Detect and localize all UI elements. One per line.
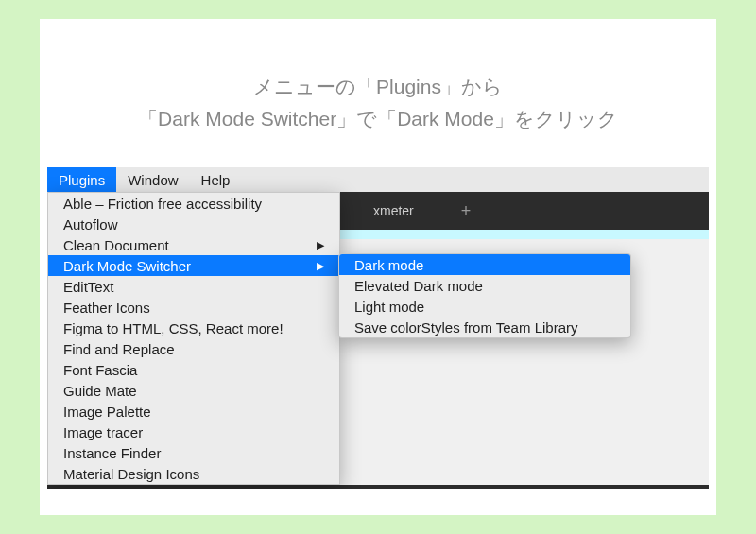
dropdown-item[interactable]: Feather Icons: [48, 297, 339, 318]
app-window: Plugins Window Help xmeter + Able – Fric…: [47, 167, 709, 489]
dropdown-item[interactable]: Instance Finder: [48, 442, 339, 463]
dropdown-item[interactable]: EditText: [48, 276, 339, 297]
caption-line-2: 「Dark Mode Switcher」で「Dark Mode」をクリック: [40, 103, 716, 135]
submenu-arrow-icon: ▶: [317, 239, 324, 251]
dropdown-item-label: EditText: [63, 279, 113, 295]
dropdown-item-label: Instance Finder: [63, 445, 161, 461]
submenu-item-label: Dark mode: [354, 257, 423, 273]
dropdown-item-label: Guide Mate: [63, 383, 137, 399]
submenu-item[interactable]: Elevated Dark mode: [339, 275, 630, 296]
caption-line-1: メニューの「Plugins」から: [40, 71, 716, 103]
plugins-dropdown: Able – Friction free accessibilityAutofl…: [47, 192, 340, 485]
submenu-item[interactable]: Dark mode: [339, 254, 630, 275]
dropdown-item-label: Find and Replace: [63, 341, 175, 357]
dropdown-item-label: Figma to HTML, CSS, React more!: [63, 320, 284, 336]
dropdown-item-label: Image Palette: [63, 404, 151, 420]
dropdown-item[interactable]: Dark Mode Switcher▶: [48, 255, 339, 276]
submenu-item-label: Save colorStyles from Team Library: [354, 319, 577, 336]
menubar: Plugins Window Help: [47, 167, 709, 192]
dropdown-item[interactable]: Figma to HTML, CSS, React more!: [48, 318, 339, 338]
dark-mode-switcher-submenu: Dark modeElevated Dark modeLight modeSav…: [338, 253, 631, 338]
caption: メニューの「Plugins」から 「Dark Mode Switcher」で「D…: [40, 19, 716, 167]
submenu-item-label: Elevated Dark mode: [354, 278, 483, 294]
dropdown-item[interactable]: Clean Document▶: [48, 234, 339, 255]
menubar-item-window[interactable]: Window: [116, 167, 189, 192]
submenu-item-label: Light mode: [354, 299, 424, 315]
dropdown-item-label: Feather Icons: [63, 300, 150, 316]
dropdown-item[interactable]: Find and Replace: [48, 338, 339, 359]
dropdown-item-label: Font Fascia: [63, 362, 137, 378]
submenu-item[interactable]: Save colorStyles from Team Library: [339, 317, 630, 337]
dropdown-item-label: Image tracer: [63, 424, 143, 440]
dropdown-item[interactable]: Material Design Icons: [48, 463, 339, 484]
dropdown-item[interactable]: Able – Friction free accessibility: [48, 193, 339, 214]
add-tab-icon[interactable]: +: [461, 201, 472, 221]
menubar-item-help[interactable]: Help: [190, 167, 242, 192]
dropdown-item[interactable]: Font Fascia: [48, 359, 339, 380]
menubar-item-plugins[interactable]: Plugins: [47, 167, 116, 192]
dropdown-item-label: Able – Friction free accessibility: [63, 196, 262, 212]
tab-label[interactable]: xmeter: [373, 203, 414, 218]
dropdown-item-label: Clean Document: [63, 237, 169, 253]
dropdown-item-label: Dark Mode Switcher: [63, 258, 191, 274]
dropdown-item[interactable]: Autoflow: [48, 214, 339, 234]
dropdown-item[interactable]: Image tracer: [48, 422, 339, 442]
dropdown-item-label: Material Design Icons: [63, 466, 199, 482]
submenu-item[interactable]: Light mode: [339, 296, 630, 317]
dropdown-item-label: Autoflow: [63, 216, 118, 233]
dropdown-item[interactable]: Guide Mate: [48, 380, 339, 401]
dropdown-item[interactable]: Image Palette: [48, 401, 339, 422]
card: メニューの「Plugins」から 「Dark Mode Switcher」で「D…: [40, 19, 716, 515]
submenu-arrow-icon: ▶: [317, 260, 324, 272]
